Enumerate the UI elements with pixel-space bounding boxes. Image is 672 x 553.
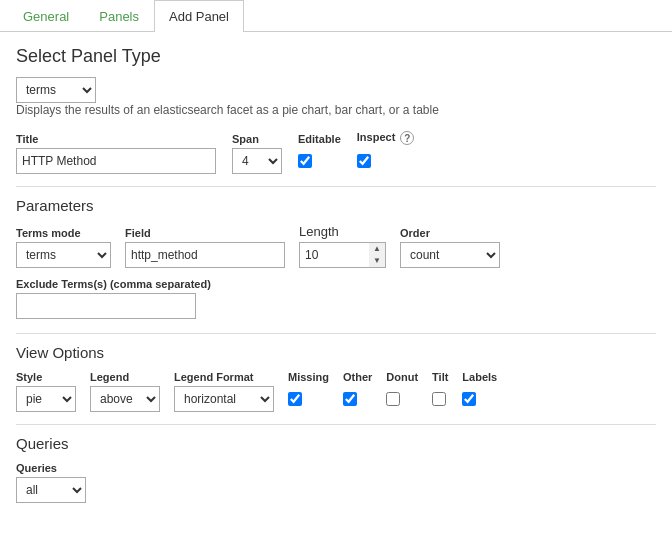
page-title: Select Panel Type — [16, 46, 656, 67]
tab-add-panel[interactable]: Add Panel — [154, 0, 244, 32]
labels-checkbox[interactable] — [462, 392, 476, 406]
inspect-help-icon[interactable]: ? — [400, 131, 414, 145]
legend-select[interactable]: above below right none — [90, 386, 160, 412]
other-field: Other — [343, 371, 372, 412]
parameters-title: Parameters — [16, 197, 656, 214]
legend-format-field: Legend Format horizontal vertical — [174, 371, 274, 412]
order-label: Order — [400, 227, 500, 239]
tab-general[interactable]: General — [8, 0, 84, 32]
tab-bar: General Panels Add Panel — [0, 0, 672, 32]
legend-format-select[interactable]: horizontal vertical — [174, 386, 274, 412]
length-up-button[interactable]: ▲ — [369, 243, 385, 255]
editable-label: Editable — [298, 133, 341, 145]
editable-field: Editable — [298, 133, 341, 174]
editable-checkbox[interactable] — [298, 154, 312, 168]
order-field: Order count term reverse_count reverse_t… — [400, 227, 500, 268]
style-field: Style pie bar table — [16, 371, 76, 412]
labels-field: Labels — [462, 371, 497, 412]
length-field: Length ▲ ▼ — [299, 224, 386, 268]
style-label: Style — [16, 371, 76, 383]
exclude-field: Exclude Terms(s) (comma separated) — [16, 278, 656, 319]
queries-select[interactable]: all pinned unpinned — [16, 477, 86, 503]
missing-label: Missing — [288, 371, 329, 383]
title-label: Title — [16, 133, 216, 145]
tilt-label: Tilt — [432, 371, 448, 383]
divider-1 — [16, 186, 656, 187]
donut-checkbox[interactable] — [386, 392, 400, 406]
terms-mode-field: Terms mode terms terms_stats — [16, 227, 111, 268]
donut-field: Donut — [386, 371, 418, 412]
queries-sub-label: Queries — [16, 462, 656, 474]
terms-mode-label: Terms mode — [16, 227, 111, 239]
inspect-label: Inspect ? — [357, 131, 415, 145]
inspect-checkbox[interactable] — [357, 154, 371, 168]
legend-label: Legend — [90, 371, 160, 383]
span-select[interactable]: 1234 5678 9101112 — [232, 148, 282, 174]
field-input[interactable] — [125, 242, 285, 268]
donut-label: Donut — [386, 371, 418, 383]
title-row: Title Span 1234 5678 9101112 Editable In… — [16, 131, 656, 174]
span-label: Span — [232, 133, 282, 145]
labels-label: Labels — [462, 371, 497, 383]
params-row: Terms mode terms terms_stats Field Lengt… — [16, 224, 656, 268]
field-field: Field — [125, 227, 285, 268]
main-content: Select Panel Type terms pie bar table Di… — [0, 32, 672, 517]
length-label: Length — [299, 224, 386, 239]
length-down-button[interactable]: ▼ — [369, 255, 385, 267]
tilt-checkbox[interactable] — [432, 392, 446, 406]
field-label: Field — [125, 227, 285, 239]
exclude-label: Exclude Terms(s) (comma separated) — [16, 278, 656, 290]
other-label: Other — [343, 371, 372, 383]
view-options-title: View Options — [16, 344, 656, 361]
exclude-input[interactable] — [16, 293, 196, 319]
legend-format-label: Legend Format — [174, 371, 274, 383]
missing-checkbox[interactable] — [288, 392, 302, 406]
divider-2 — [16, 333, 656, 334]
inspect-field: Inspect ? — [357, 131, 415, 174]
order-select[interactable]: count term reverse_count reverse_term — [400, 242, 500, 268]
length-input[interactable] — [299, 242, 369, 268]
queries-field: Queries all pinned unpinned — [16, 462, 656, 503]
title-input[interactable] — [16, 148, 216, 174]
tilt-field: Tilt — [432, 371, 448, 412]
divider-3 — [16, 424, 656, 425]
legend-field: Legend above below right none — [90, 371, 160, 412]
missing-field: Missing — [288, 371, 329, 412]
title-field: Title — [16, 133, 216, 174]
view-options-row: Style pie bar table Legend above below r… — [16, 371, 656, 412]
style-select[interactable]: pie bar table — [16, 386, 76, 412]
queries-title: Queries — [16, 435, 656, 452]
terms-mode-select[interactable]: terms terms_stats — [16, 242, 111, 268]
panel-description: Displays the results of an elasticsearch… — [16, 103, 656, 117]
tab-panels[interactable]: Panels — [84, 0, 154, 32]
panel-type-field: terms pie bar table — [16, 77, 656, 103]
other-checkbox[interactable] — [343, 392, 357, 406]
panel-type-select[interactable]: terms pie bar table — [16, 77, 96, 103]
span-field: Span 1234 5678 9101112 — [232, 133, 282, 174]
length-spinner: ▲ ▼ — [369, 242, 386, 268]
